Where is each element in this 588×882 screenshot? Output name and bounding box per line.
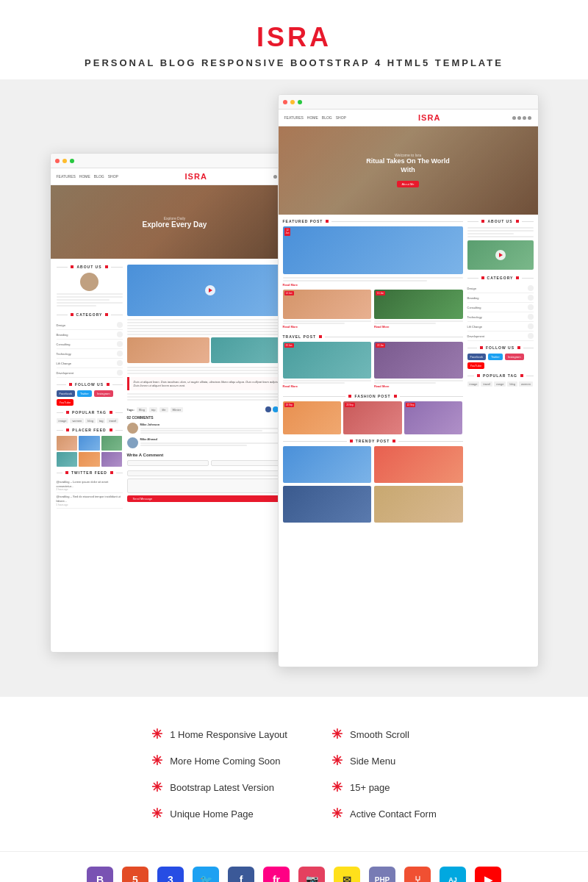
tech-icons-row: B 5 3 🐦 f fr 📷 ✉ PHP ⑂ AJ ▶: [0, 851, 588, 882]
follow-section-right: FOLLOW US Facebook Twitter Instagram You…: [467, 345, 534, 369]
category-section-left: CATEGORY Design Branding Consulting Tech…: [57, 312, 123, 378]
site-header-left: FEATURES HOME BLOG SHOP ISRA: [51, 168, 299, 185]
fashion-title: FASHION POST: [283, 394, 463, 398]
feature-bullet: ✳: [151, 726, 162, 742]
minimize-dot: [62, 159, 67, 163]
feature-item: ✳ 15+ page: [331, 779, 437, 795]
features-left-col: ✳ 1 Home Responsive Layout ✳ More Home C…: [151, 726, 287, 822]
cat-item: Branding: [57, 330, 123, 340]
feature-label: More Home Coming Soon: [170, 756, 280, 767]
name-input[interactable]: [127, 460, 209, 466]
tags-section-left: POPULAR TAG image women blog tag travel: [57, 410, 123, 423]
ajax-icon: AJ: [440, 867, 466, 882]
right-browser-content: FEATURED POST 12Jan Read More: [279, 215, 538, 533]
main-article-image: [127, 265, 293, 316]
feature-item: ✳ Side Menu: [331, 753, 437, 769]
travel-card: 22 Jan Read More: [374, 342, 463, 388]
feature-item: ✳ Bootstrap Latest Version: [151, 779, 287, 795]
hero-banner-right: Welcome to Isra Ritual Takes On The Worl…: [279, 126, 538, 215]
about-text-left: [57, 293, 123, 306]
brand-title: ISRA: [15, 22, 573, 53]
feature-label: Smooth Scroll: [350, 729, 409, 740]
hero-main-right: Ritual Takes On The World With: [364, 157, 452, 174]
site-logo-left: ISRA: [185, 172, 207, 181]
right-sidebar: ABOUT US: [467, 219, 534, 528]
main-content-left: Duis ut aliquat leam. Duis iaculisas ulu…: [127, 265, 293, 513]
commenter-avatar: [127, 437, 138, 448]
cat-item-right: Branding: [467, 293, 534, 303]
sidebar-left: ABOUT US: [57, 265, 123, 513]
css3-icon: 3: [157, 867, 184, 882]
comment-item: Mike Ahmad: [127, 437, 293, 448]
feature-label: Unique Home Page: [170, 808, 253, 820]
close-dot: [55, 159, 60, 163]
youtube-icon: ▶: [475, 867, 501, 882]
about-title-left: ABOUT US: [57, 265, 123, 269]
git-icon: ⑂: [404, 867, 431, 882]
site-nav-right: FEATURES HOME BLOG SHOP: [284, 115, 346, 120]
feature-bullet: ✳: [331, 753, 343, 769]
twitter-feed-left: TWITTER FEED @israblog – Lorem ipsum dol…: [57, 470, 123, 509]
social-icons-right: [512, 116, 531, 120]
feature-bullet: ✳: [151, 779, 162, 795]
cat-item-right: Consulting: [467, 303, 534, 312]
browser-toolbar-right: [279, 95, 538, 110]
php-icon: PHP: [369, 867, 395, 882]
about-avatar-left: [80, 273, 98, 291]
site-header-right: FEATURES HOME BLOG SHOP ISRA: [279, 110, 538, 126]
facebook-icon: f: [228, 867, 254, 882]
write-comment-section: Write A Comment Send Message: [127, 453, 293, 502]
play-button-right[interactable]: [495, 250, 506, 260]
preview-area: FEATURES HOME BLOG SHOP ISRA Explore Dai…: [0, 79, 588, 697]
about-section-right: ABOUT US: [467, 219, 534, 270]
left-browser-mockup: FEATURES HOME BLOG SHOP ISRA Explore Dai…: [50, 153, 300, 653]
cat-item: Development: [57, 368, 123, 378]
feature-bullet: ✳: [331, 726, 343, 742]
features-right-col: ✳ Smooth Scroll ✳ Side Menu ✳ 15+ page ✳…: [331, 726, 437, 822]
right-main-column: FEATURED POST 12Jan Read More: [283, 219, 463, 528]
travel-card: 20 Jan Read More: [283, 342, 372, 388]
cat-item: Design: [57, 320, 123, 330]
comments-section: 02 COMMENTS Mike Johnson: [127, 415, 293, 448]
commenter-avatar: [127, 423, 138, 434]
expand-dot: [70, 159, 74, 163]
feature-label: 1 Home Responsive Layout: [170, 729, 287, 740]
content-left: ABOUT US: [51, 259, 299, 519]
travel-post-grid: 20 Jan Read More 22 Jan: [283, 342, 463, 388]
feature-item: ✳ Active Contact Form: [331, 806, 437, 822]
cat-item: Technology: [57, 349, 123, 359]
hero-text-left: Explore Daily Explore Every Day: [143, 216, 207, 229]
message-textarea[interactable]: [127, 478, 293, 493]
hero-btn-right[interactable]: About Me: [397, 181, 418, 187]
fashion-post-grid: 18 Sep 20 Sep 22 Sep: [283, 401, 463, 434]
hero-main-left: Explore Every Day: [143, 220, 207, 229]
feature-label: Active Contact Form: [350, 808, 437, 820]
travel-title: TRAVEL POST: [283, 334, 463, 339]
feature-bullet: ✳: [331, 806, 343, 822]
browser-toolbar-left: [51, 154, 299, 168]
cat-item-right: Technology: [467, 312, 534, 322]
minimize-dot-right: [290, 100, 295, 104]
post-grid-section: 14 Jan Read More 15 Jan: [283, 290, 463, 329]
expand-dot-right: [298, 100, 302, 104]
featured-post-image: 12Jan: [283, 226, 463, 274]
follow-section-left: FOLLOW US Facebook Twitter Instagram You…: [57, 382, 123, 406]
feature-label: 15+ page: [350, 782, 390, 793]
post-card: 14 Jan Read More: [283, 290, 372, 329]
feature-bullet: ✳: [151, 753, 162, 769]
submit-button[interactable]: Send Message: [127, 495, 293, 502]
feature-item: ✳ 1 Home Responsive Layout: [151, 726, 287, 742]
tags-row: Tags: Blog trip life Winter: [127, 406, 293, 412]
instagram-icon: 📷: [298, 867, 325, 882]
site-nav-left: FEATURES HOME BLOG SHOP: [57, 174, 118, 179]
play-button[interactable]: [205, 285, 215, 295]
trendy-title: TRENDY POST: [283, 439, 463, 443]
twitter-icon: 🐦: [193, 867, 219, 882]
close-dot-right: [283, 100, 287, 104]
comment-item: Mike Johnson: [127, 423, 293, 434]
brand-subtitle: PERSONAL BLOG RESPONSIVE BOOTSTRAP 4 HTM…: [15, 57, 573, 68]
subject-input[interactable]: [127, 470, 293, 476]
trendy-post-grid: [283, 446, 463, 523]
features-section: ✳ 1 Home Responsive Layout ✳ More Home C…: [0, 697, 588, 851]
feature-label: Side Menu: [350, 756, 395, 767]
